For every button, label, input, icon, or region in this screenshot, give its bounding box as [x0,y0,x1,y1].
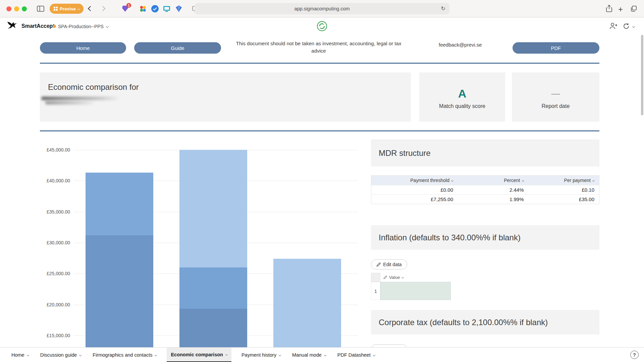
bar-segment[interactable] [179,150,247,267]
value-input-cell[interactable] [380,282,451,300]
match-quality-label: Match quality score [439,103,485,109]
back-button[interactable] [89,7,92,10]
workspace-status-dot [53,25,56,28]
extension-icon-checkmark[interactable] [151,5,159,13]
cell-percent: 1.99% [458,195,528,204]
column-header-percent[interactable]: Percent [458,176,528,185]
center-logo-badge[interactable] [317,21,327,31]
bar-chart: £45,000.00£40,000.00£35,000.00£30,000.00… [41,139,363,349]
divider [40,63,599,64]
page-title: Economic comparison for [48,82,139,92]
workbook-tab-bar: Home Discussion guide Firmographics and … [0,347,644,362]
workspace-name: SPA-Production--PPS [58,24,104,29]
bar-segment[interactable] [179,267,247,309]
home-button[interactable]: Home [40,42,126,54]
sort-chevron-icon [522,179,524,181]
bar-segment[interactable] [273,259,341,349]
report-date-value: — [551,88,560,99]
browser-chrome: Previse 1 app.sigmacomputing.com ↻ [0,0,644,17]
y-axis-tick-label: £35,000.00 [41,209,70,215]
tab-payment-history[interactable]: Payment history [240,348,282,362]
table-row: £7,255.00 1.99% £35.00 [371,194,599,204]
inflation-card: Inflation (defaults to 340.00%% if blank… [371,225,599,250]
page-scrollbar[interactable] [641,35,643,115]
zoom-window-button[interactable] [22,6,27,11]
column-header-per-payment[interactable]: Per payment [529,176,599,185]
chevron-down-icon [155,354,157,356]
refresh-icon[interactable]: ↻ [441,5,445,12]
tab-pdf-datasheet[interactable]: PDF Datasheet [336,348,376,362]
sidebar-toggle-icon[interactable] [37,5,44,12]
value-column-header[interactable]: Value [380,273,451,282]
report-date-card: — Report date [512,72,599,122]
cell-percent: 2.44% [458,185,528,194]
report-date-label: Report date [542,103,570,109]
invite-user-icon[interactable] [609,22,618,29]
grid-corner-cell [371,273,380,282]
y-axis-tick-label: £30,000.00 [41,240,70,246]
mdr-table: Payment threshold Percent Per payment £0… [371,175,599,204]
cell-per-payment: £0.10 [529,185,599,194]
pdf-button[interactable]: PDF [513,42,599,54]
y-axis-tick-label: £40,000.00 [41,178,70,184]
share-icon[interactable] [605,5,613,13]
forward-button[interactable] [101,7,105,10]
y-axis-tick-label: £45,000.00 [41,147,70,153]
tab-overview-icon[interactable] [630,5,637,12]
bar-segment[interactable] [179,309,247,349]
edit-data-button-inflation[interactable]: Edit data [371,259,407,269]
inflation-title: Inflation (defaults to 340.00%% if blank… [379,233,521,242]
refresh-data-icon[interactable] [623,22,630,30]
chevron-down-icon [324,354,326,356]
chevron-down-icon[interactable] [632,25,635,28]
extension-icon-display-teal[interactable] [163,5,171,13]
extension-icon-purple[interactable]: 1 [121,5,129,13]
tab-home[interactable]: Home [10,348,30,362]
chevron-down-icon [77,7,80,10]
tab-firmographics-and-contacts[interactable]: Firmographics and contacts [91,348,158,362]
row-number: 1 [371,282,380,300]
chevron-down-icon [279,354,281,356]
disclaimer-text: This document should not be taken as inv… [235,40,402,55]
mdr-title: MDR structure [379,148,431,158]
workspace-selector[interactable]: SPA-Production--PPS [58,24,108,29]
previse-label: Previse [60,6,76,11]
bar-segment[interactable] [86,173,153,235]
minimize-window-button[interactable] [14,6,19,11]
guide-button[interactable]: Guide [134,42,221,54]
chevron-down-icon [225,353,228,356]
pencil-icon [383,276,387,279]
corporate-tax-card: Corporate tax (defaults to 2,100.00%% if… [371,310,599,335]
chevron-down-icon [79,354,82,356]
column-header-payment-threshold[interactable]: Payment threshold [371,176,458,185]
extension-icon-dots[interactable] [139,5,147,13]
previse-extension-button[interactable]: Previse [50,4,84,14]
chevron-down-icon [106,25,109,28]
address-bar[interactable]: app.sigmacomputing.com ↻ [195,3,449,14]
smartaccept-logo[interactable] [7,21,18,31]
extension-icon-gem[interactable] [175,5,183,13]
table-row: £0.00 2.44% £0.10 [371,185,599,194]
sort-chevron-icon [592,179,595,181]
y-axis-tick-label: £20,000.00 [41,302,70,308]
match-quality-card: A Match quality score [419,72,505,122]
sort-chevron-icon [451,179,453,181]
cell-per-payment: £35.00 [529,195,599,204]
tab-manual-mode[interactable]: Manual mode [291,348,327,362]
pencil-icon [376,262,381,267]
bar-segment[interactable] [86,235,153,349]
tab-discussion-guide[interactable]: Discussion guide [39,348,83,362]
match-quality-score: A [458,88,467,99]
cell-payment-threshold: £0.00 [371,185,458,194]
screen: Previse 1 app.sigmacomputing.com ↻ [0,0,644,362]
feedback-email: feedback@previ.se [439,42,482,48]
grid-icon [54,7,58,11]
new-tab-icon[interactable]: + [618,5,623,14]
tab-economic-comparison[interactable]: Economic comparison [167,348,231,362]
chevron-down-icon [401,276,404,279]
divider [40,130,599,131]
help-button[interactable]: ? [630,351,639,359]
close-window-button[interactable] [6,6,11,11]
y-axis-tick-label: £25,000.00 [41,270,70,277]
y-axis-tick-label: £15,000.00 [41,333,70,339]
